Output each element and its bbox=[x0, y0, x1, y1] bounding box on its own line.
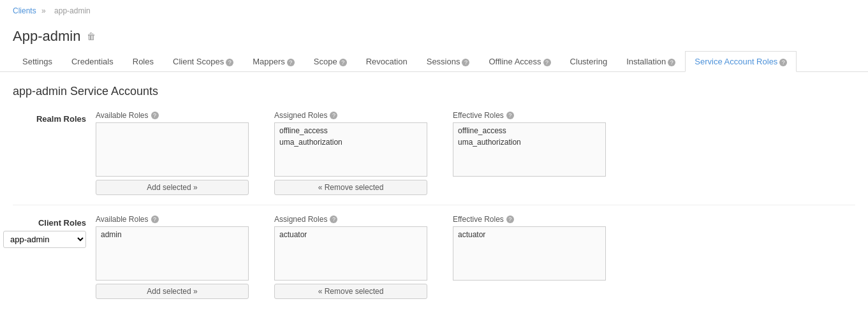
client-roles-section: Client Roles app-admin Available Roles ?… bbox=[13, 215, 855, 299]
section-divider bbox=[13, 205, 855, 205]
mappers-help-icon[interactable]: ? bbox=[287, 59, 295, 66]
client-effective-label: Effective Roles ? bbox=[453, 215, 606, 224]
breadcrumb-separator: » bbox=[41, 6, 46, 15]
client-roles-columns: Available Roles ? admin Add selected » A… bbox=[96, 215, 855, 299]
client-effective-listbox[interactable]: actuator bbox=[453, 226, 606, 281]
offline-access-help-icon[interactable]: ? bbox=[543, 59, 551, 66]
scope-help-icon[interactable]: ? bbox=[339, 59, 347, 66]
client-assigned-listbox[interactable]: actuator bbox=[274, 226, 427, 281]
tab-settings[interactable]: Settings bbox=[13, 51, 62, 72]
list-item[interactable]: uma_authorization bbox=[277, 136, 425, 148]
client-effective-help-icon[interactable]: ? bbox=[506, 215, 514, 223]
tab-clustering[interactable]: Clustering bbox=[561, 51, 617, 72]
list-item[interactable]: actuator bbox=[277, 229, 425, 240]
realm-effective-help-icon[interactable]: ? bbox=[506, 112, 514, 119]
client-assigned-col: Assigned Roles ? actuator « Remove selec… bbox=[274, 215, 427, 299]
content-area: app-admin Service Accounts Realm Roles A… bbox=[0, 72, 868, 312]
tab-installation[interactable]: Installation? bbox=[617, 51, 685, 72]
client-remove-selected-button[interactable]: « Remove selected bbox=[274, 284, 427, 299]
tab-mappers[interactable]: Mappers? bbox=[243, 51, 304, 72]
service-account-roles-help-icon[interactable]: ? bbox=[779, 59, 787, 66]
sessions-help-icon[interactable]: ? bbox=[462, 59, 469, 66]
breadcrumb-current: app-admin bbox=[54, 6, 91, 15]
realm-effective-col: Effective Roles ? offline_access uma_aut… bbox=[453, 111, 606, 195]
realm-effective-label: Effective Roles ? bbox=[453, 111, 606, 120]
list-item[interactable]: offline_access bbox=[455, 125, 603, 136]
realm-available-listbox[interactable] bbox=[96, 122, 249, 177]
breadcrumb-clients-link[interactable]: Clients bbox=[13, 6, 36, 15]
installation-help-icon[interactable]: ? bbox=[668, 59, 675, 66]
realm-available-col: Available Roles ? Add selected » bbox=[96, 111, 249, 195]
client-effective-col: Effective Roles ? actuator bbox=[453, 215, 606, 299]
realm-roles-label: Realm Roles bbox=[13, 111, 96, 124]
breadcrumb: Clients » app-admin bbox=[0, 0, 868, 22]
tabs-container: Settings Credentials Roles Client Scopes… bbox=[0, 51, 868, 72]
realm-assigned-label: Assigned Roles ? bbox=[274, 111, 427, 120]
client-add-selected-button[interactable]: Add selected » bbox=[96, 284, 249, 299]
list-item[interactable]: actuator bbox=[455, 229, 603, 240]
realm-roles-section: Realm Roles Available Roles ? Add select… bbox=[13, 111, 855, 195]
realm-assigned-listbox[interactable]: offline_access uma_authorization bbox=[274, 122, 427, 177]
tab-revocation[interactable]: Revocation bbox=[357, 51, 417, 72]
tab-roles[interactable]: Roles bbox=[123, 51, 163, 72]
tab-service-account-roles[interactable]: Service Account Roles? bbox=[685, 51, 797, 72]
client-assigned-help-icon[interactable]: ? bbox=[330, 215, 337, 223]
list-item[interactable]: uma_authorization bbox=[455, 136, 603, 148]
delete-icon[interactable]: 🗑 bbox=[87, 31, 96, 41]
tab-client-scopes[interactable]: Client Scopes? bbox=[163, 51, 243, 72]
realm-assigned-col: Assigned Roles ? offline_access uma_auth… bbox=[274, 111, 427, 195]
realm-assigned-help-icon[interactable]: ? bbox=[330, 112, 337, 119]
client-assigned-label: Assigned Roles ? bbox=[274, 215, 427, 224]
tab-sessions[interactable]: Sessions? bbox=[417, 51, 480, 72]
client-scopes-help-icon[interactable]: ? bbox=[226, 59, 233, 66]
list-item[interactable]: admin bbox=[98, 229, 246, 240]
client-available-help-icon[interactable]: ? bbox=[151, 215, 159, 223]
list-item[interactable]: offline_access bbox=[277, 125, 425, 136]
realm-effective-listbox[interactable]: offline_access uma_authorization bbox=[453, 122, 606, 177]
client-available-listbox[interactable]: admin bbox=[96, 226, 249, 281]
section-title: app-admin Service Accounts bbox=[13, 85, 855, 98]
realm-roles-columns: Available Roles ? Add selected » Assigne… bbox=[96, 111, 855, 195]
page-header: App-admin 🗑 bbox=[0, 22, 868, 45]
realm-available-label: Available Roles ? bbox=[96, 111, 249, 120]
client-roles-label: Client Roles bbox=[38, 215, 86, 228]
tab-credentials[interactable]: Credentials bbox=[62, 51, 123, 72]
tab-offline-access[interactable]: Offline Access? bbox=[479, 51, 560, 72]
tab-scope[interactable]: Scope? bbox=[304, 51, 357, 72]
realm-add-selected-button[interactable]: Add selected » bbox=[96, 180, 249, 195]
client-available-col: Available Roles ? admin Add selected » bbox=[96, 215, 249, 299]
page-title: App-admin bbox=[13, 28, 80, 45]
realm-remove-selected-button[interactable]: « Remove selected bbox=[274, 180, 427, 195]
client-roles-select[interactable]: app-admin bbox=[3, 231, 86, 248]
realm-available-help-icon[interactable]: ? bbox=[151, 112, 159, 119]
client-available-label: Available Roles ? bbox=[96, 215, 249, 224]
